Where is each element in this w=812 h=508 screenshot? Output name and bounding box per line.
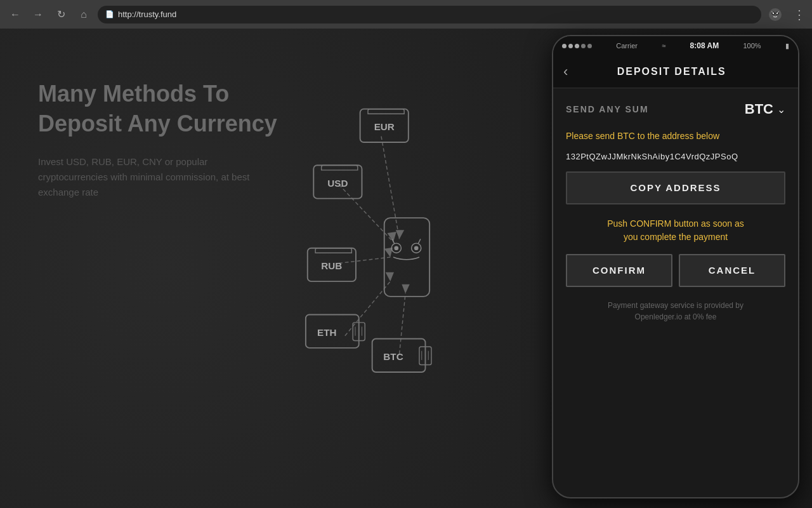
lock-icon: 📄 <box>105 10 114 18</box>
svg-point-0 <box>769 8 782 21</box>
app-title: DEPOSIT DETAILS <box>574 66 769 77</box>
home-button[interactable]: ⌂ <box>75 6 93 23</box>
btc-address: 132PtQZwJJMkrNkShAiby1C4VrdQzJPSoQ <box>566 152 785 161</box>
phone-panel: Carrier ≈ 8:08 AM 100% ▮ ‹ DEPOSIT DETAI… <box>552 35 799 498</box>
browser-chrome: ← → ↻ ⌂ 📄 http://trusty.fund ⋮ <box>0 0 812 29</box>
svg-line-7 <box>339 257 390 264</box>
svg-point-36 <box>394 246 398 250</box>
carrier-text: Carrier <box>616 42 638 50</box>
svg-line-9 <box>400 293 406 354</box>
svg-text:BTC: BTC <box>383 351 403 362</box>
svg-marker-13 <box>386 272 394 281</box>
action-buttons: CONFIRM CANCEL <box>566 254 785 287</box>
svg-marker-11 <box>387 232 396 242</box>
address-bar[interactable]: 📄 http://trusty.fund <box>98 6 761 23</box>
send-sum-label: SEND ANY SUM <box>566 104 649 114</box>
confirm-button[interactable]: CONFIRM <box>566 254 672 287</box>
signal-dot-3 <box>575 44 579 48</box>
send-sum-row: SEND ANY SUM BTC ⌄ <box>566 101 785 117</box>
status-bar: Carrier ≈ 8:08 AM 100% ▮ <box>553 36 798 55</box>
page-content: Many Methods ToDeposit Any Currency Inve… <box>0 29 812 508</box>
app-content: SEND ANY SUM BTC ⌄ Please send BTC to th… <box>553 88 798 335</box>
browser-menu-icon[interactable]: ⋮ <box>793 7 806 22</box>
app-header: ‹ DEPOSIT DETAILS <box>553 55 798 88</box>
svg-point-4 <box>776 12 778 13</box>
signal-dot-4 <box>581 44 586 48</box>
wifi-icon: ≈ <box>662 42 665 50</box>
signal-dot-5 <box>587 44 592 48</box>
currency-name: BTC <box>745 101 773 117</box>
signal-dots <box>562 44 592 48</box>
svg-marker-14 <box>402 284 409 293</box>
svg-text:RUB: RUB <box>321 260 342 271</box>
signal-dot-2 <box>568 44 573 48</box>
battery-icon: ▮ <box>785 42 789 50</box>
reload-button[interactable]: ↻ <box>52 6 70 23</box>
svg-text:ETH: ETH <box>317 327 336 338</box>
extension-icon[interactable] <box>766 6 784 23</box>
app-back-button[interactable]: ‹ <box>563 64 568 80</box>
hero-subtitle: Invest USD, RUB, EUR, CNY or popular cry… <box>38 154 254 200</box>
copy-address-button[interactable]: COPY ADDRESS <box>566 171 785 204</box>
cancel-button[interactable]: CANCEL <box>679 254 785 287</box>
svg-line-8 <box>345 281 390 336</box>
send-instruction: Please send BTC to the address below <box>566 130 785 143</box>
status-time: 8:08 AM <box>690 41 719 50</box>
currency-diagram: EUR USD RUB ETH <box>266 67 520 448</box>
push-instruction: Push CONFIRM button as soon asyou comple… <box>566 217 785 244</box>
svg-text:USD: USD <box>327 178 348 189</box>
svg-line-6 <box>339 185 393 242</box>
svg-marker-10 <box>396 230 404 239</box>
battery-text: 100% <box>743 42 761 50</box>
url-text: http://trusty.fund <box>118 10 176 19</box>
chevron-down-icon: ⌄ <box>777 104 785 116</box>
svg-text:EUR: EUR <box>374 121 395 132</box>
currency-selector[interactable]: BTC ⌄ <box>745 101 785 117</box>
forward-button[interactable]: → <box>29 6 47 23</box>
signal-dot-1 <box>562 44 566 48</box>
gateway-info: Payment gateway service is provided byOp… <box>566 300 785 323</box>
svg-point-3 <box>773 12 774 13</box>
svg-point-37 <box>414 246 419 250</box>
back-button[interactable]: ← <box>6 6 24 23</box>
